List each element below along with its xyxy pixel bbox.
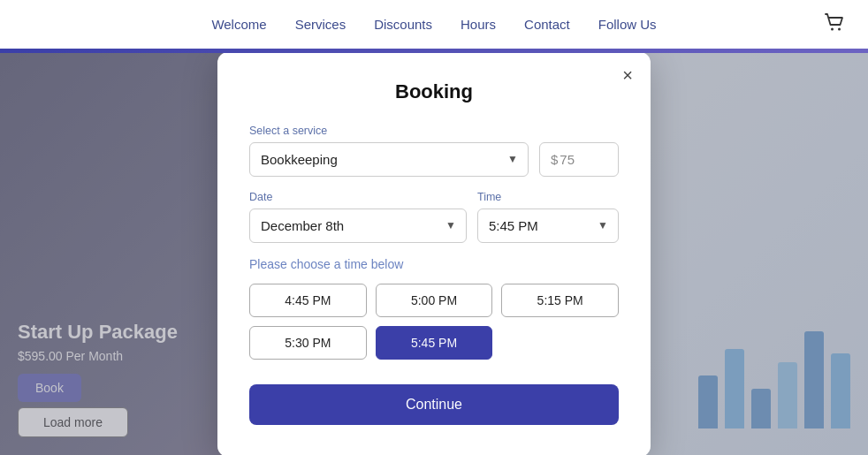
date-select[interactable]: December 8th [249,209,467,243]
time-label: Time [477,191,619,203]
close-button[interactable]: × [622,66,633,84]
continue-button[interactable]: Continue [249,384,619,425]
time-slot-0[interactable]: 4:45 PM [249,284,367,317]
service-row: Bookkeeping ▼ $ [249,142,619,177]
time-slot-4[interactable]: 5:45 PM [376,326,493,360]
time-slots-grid: 4:45 PM5:00 PM5:15 PM5:30 PM5:45 PM [249,284,619,360]
date-select-wrapper: December 8th ▼ [249,209,467,243]
time-slot-1[interactable]: 5:00 PM [376,284,493,317]
time-slots-label: Please choose a time below [249,257,619,271]
price-symbol: $ [551,152,558,167]
nav-contact[interactable]: Contact [524,17,570,32]
time-select[interactable]: 5:45 PM [477,209,619,243]
nav-follow-us[interactable]: Follow Us [598,17,657,32]
service-field-group: Select a service Bookkeeping ▼ $ [249,125,619,177]
nav-hours[interactable]: Hours [461,17,496,32]
page-content: Start Up Package $595.00 Per Month Book … [0,53,868,455]
svg-point-0 [831,27,834,30]
booking-modal: Booking × Select a service Bookkeeping ▼… [217,53,651,455]
cart-icon[interactable] [822,11,847,39]
date-label: Date [249,191,467,203]
time-select-wrapper: 5:45 PM ▼ [477,209,619,243]
time-group: Time 5:45 PM ▼ [477,191,619,243]
nav-welcome[interactable]: Welcome [211,17,266,32]
nav-services[interactable]: Services [295,17,346,32]
datetime-row: Date December 8th ▼ Time 5:45 PM [249,191,619,243]
time-slot-empty [501,326,619,360]
nav-discounts[interactable]: Discounts [374,17,432,32]
date-group: Date December 8th ▼ [249,191,467,243]
time-slot-2[interactable]: 5:15 PM [501,284,619,317]
price-input[interactable] [560,152,604,167]
service-label: Select a service [249,125,619,137]
svg-point-1 [838,27,841,30]
service-select-wrapper: Bookkeeping ▼ [249,142,529,177]
time-slot-3[interactable]: 5:30 PM [249,326,367,360]
service-select[interactable]: Bookkeeping [249,142,529,177]
navigation: Welcome Services Discounts Hours Contact… [0,0,868,49]
price-field: $ [539,142,619,177]
modal-title: Booking [249,80,619,103]
modal-backdrop: Booking × Select a service Bookkeeping ▼… [0,53,868,455]
datetime-field-group: Date December 8th ▼ Time 5:45 PM [249,191,619,243]
